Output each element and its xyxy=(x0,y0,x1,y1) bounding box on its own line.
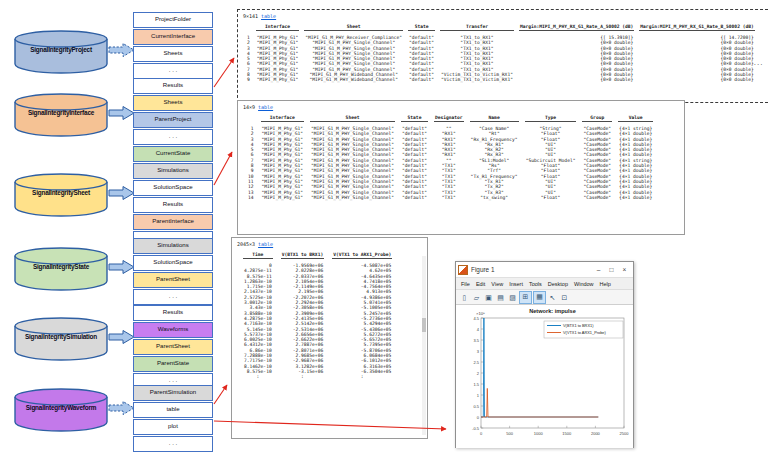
property-box-results: Results xyxy=(133,197,213,213)
table-row: 3.43e-10-2.3058e+06-5.1005e+05 xyxy=(243,305,392,310)
database-cylinder-icon xyxy=(13,172,109,220)
svg-text:2.5: 2.5 xyxy=(473,360,479,365)
property-box-parentinterface: ParentInterface xyxy=(133,214,213,230)
table-cell: : xyxy=(281,374,325,379)
property-box-table: table xyxy=(133,402,213,418)
table-link[interactable]: table xyxy=(258,241,273,247)
table-cell: "MIPI_G1_M_PHY_Single_Channel" xyxy=(310,131,395,136)
maximize-button[interactable]: □ xyxy=(605,266,618,273)
entity-label: SignalIntegritySimulation xyxy=(13,333,109,340)
column-header: Time xyxy=(243,248,273,259)
column-header: Sheet xyxy=(304,20,403,31)
column-header: Interface xyxy=(261,111,305,122)
insert-legend-icon[interactable]: ▦ xyxy=(533,291,546,304)
print-figure-icon[interactable]: ▤ xyxy=(495,292,506,303)
menu-window[interactable]: Window xyxy=(571,281,597,287)
table-cell: 4.7163e-10 xyxy=(243,321,273,326)
table-row: 9"MIPI_M_Phy_G1""MIPI_G1_M_PHY_Single_Ch… xyxy=(247,168,653,173)
header-row: TimeV(BTX1 to BRX1)V(VTX1 to ARX1_Probe) xyxy=(243,248,392,259)
block-arrow-icon xyxy=(108,259,135,275)
table-cell: "MIPI_M_Phy_G1" xyxy=(261,184,305,189)
table-row: 14"MIPI_M_Phy_G1""MIPI_G1_M_PHY_Single_C… xyxy=(247,195,653,200)
menu-file[interactable]: File xyxy=(458,281,473,287)
property-box-parentstate: ParentState xyxy=(133,356,213,372)
table-cell: {4×1 double} xyxy=(618,152,653,157)
table-caption: 9×141 table xyxy=(243,13,768,19)
table-caption: 2045×3 table xyxy=(237,241,424,247)
plot-legend[interactable]: V(BTX1 to BRX1)V(VTX1 to ARX1_Probe) xyxy=(544,321,623,338)
table-row: 7.7175e-10-2.9687e+06-6.1012e+05 xyxy=(243,358,392,363)
svg-text:V(VTX1 to ARX1_Probe): V(VTX1 to ARX1_Probe) xyxy=(563,330,607,335)
column-header xyxy=(246,20,251,31)
table-link[interactable]: table xyxy=(258,104,273,110)
table-row: 4.7163e-102.5142e+065.4294e+05 xyxy=(243,321,392,326)
svg-text:3: 3 xyxy=(477,349,480,354)
table-dims: 2045×3 xyxy=(237,241,258,247)
table-cell: 6.4312e-10 xyxy=(243,342,273,347)
table-row: 4.2875e-112.0228e+064.62e+05 xyxy=(243,268,392,273)
column-header: Margin:MIPI_M_PHY_RX_G1_Rate_A_50002 (dB… xyxy=(519,20,634,31)
property-box-dots: . . . xyxy=(133,436,213,452)
table-cell: 12 xyxy=(247,184,255,189)
new-figure-icon[interactable]: ▯ xyxy=(459,292,470,303)
table-cell: "tx_swing" xyxy=(470,195,519,200)
table-cell: 1 xyxy=(246,31,251,40)
table-link[interactable]: table xyxy=(261,13,276,19)
menu-insert[interactable]: Insert xyxy=(506,281,526,287)
table-cell: "default" xyxy=(401,131,428,136)
table-cell: 7.7175e-10 xyxy=(243,358,273,363)
block-arrow-icon xyxy=(108,185,135,201)
table-cell: "MIPI_M_Phy_G1" xyxy=(256,40,300,45)
table-cell: "TX1" xyxy=(434,195,464,200)
svg-text:2: 2 xyxy=(477,371,480,376)
table-cell: {4×1 double} xyxy=(618,184,653,189)
block-arrow-icon xyxy=(108,105,135,121)
menu-tools[interactable]: Tools xyxy=(526,281,545,287)
table-cell: "CaseMode" xyxy=(582,131,612,136)
figure-toolbar: ▯▱▣▤▨⊞▦↖⊡ xyxy=(456,290,633,305)
database-cylinder-icon xyxy=(13,316,109,364)
pointer-icon[interactable]: ↖ xyxy=(547,292,558,303)
table-cell: "default" xyxy=(408,31,435,40)
brush-data-icon[interactable]: ▨ xyxy=(507,292,518,303)
table-cell: "default" xyxy=(408,77,435,82)
menu-desktop[interactable]: Desktop xyxy=(545,281,571,287)
table-cell: {4×1 double} xyxy=(618,131,653,136)
column-header: V(BTX1 to BRX1) xyxy=(281,248,325,259)
matlab-figure-icon xyxy=(458,265,468,275)
table-cell: {[ 15.3910]} xyxy=(519,31,634,40)
property-box-currentinterface: CurrentInterface xyxy=(133,29,213,45)
zoom-in-icon[interactable]: ⊞ xyxy=(519,291,532,304)
entity-interface: SignalIntegrityInterface xyxy=(13,92,109,140)
scrollbar-thumb[interactable] xyxy=(422,318,426,332)
svg-text:-0.5: -0.5 xyxy=(472,426,480,431)
entity-label: SignalIntegritySheet xyxy=(13,189,109,196)
table-cell: "Float" xyxy=(525,195,577,200)
column-header: Designator xyxy=(434,111,464,122)
menu-help[interactable]: Help xyxy=(597,281,614,287)
block-arrow xyxy=(108,185,135,201)
table-cell: "MIPI_G1_M_PHY_Single_Channel" xyxy=(310,195,395,200)
data-cursor-icon[interactable]: ⊡ xyxy=(559,292,570,303)
block-arrow xyxy=(108,259,135,275)
table-cell: "MIPI_G1_M_PHY_Single_Channel" xyxy=(310,168,395,173)
columns-overflow-ellipsis: ... xyxy=(753,60,763,66)
property-box-currentstate: CurrentState xyxy=(133,146,213,162)
table-row: 2"MIPI_M_Phy_G1""MIPI_G1_M_PHY_Single_Ch… xyxy=(247,131,653,136)
menu-edit[interactable]: Edit xyxy=(473,281,488,287)
menu-view[interactable]: View xyxy=(488,281,506,287)
table-cell: "MIPI_M_Phy_G1" xyxy=(261,152,305,157)
entity-label: SignalIntegrityState xyxy=(13,263,109,270)
close-button[interactable]: × xyxy=(618,266,631,273)
entity-label: SignalIntegrityWaveform xyxy=(13,404,109,411)
property-box-dots: . . . xyxy=(133,63,213,79)
table-cell: "MIPI_M_Phy_G1" xyxy=(261,122,305,131)
save-figure-icon[interactable]: ▣ xyxy=(483,292,494,303)
waveform-table-scrollbar[interactable] xyxy=(422,256,426,435)
minimize-button[interactable]: – xyxy=(592,266,605,273)
open-file-icon[interactable]: ▱ xyxy=(471,292,482,303)
table-cell: "MIPI_G1_M_PHY_Single_Channel" xyxy=(304,40,403,45)
figure-titlebar: Figure 1 – □ × xyxy=(456,262,633,278)
table-cell: "default" xyxy=(401,152,428,157)
svg-text:4.5: 4.5 xyxy=(473,316,479,321)
